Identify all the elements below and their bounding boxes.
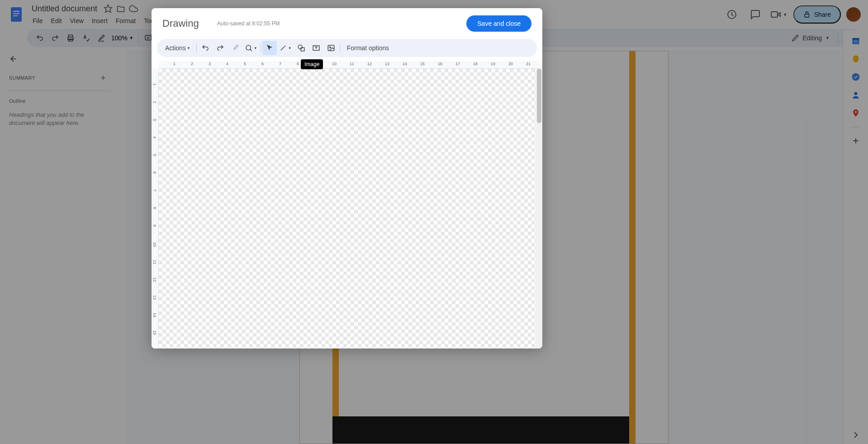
ruler-tick: 8: [152, 207, 157, 209]
ruler-tick: 8: [297, 62, 299, 66]
ruler-tick: 7: [279, 62, 281, 66]
ruler-tick: 2: [152, 101, 157, 103]
ruler-tick: 11: [350, 62, 354, 66]
dialog-header: Drawing Auto-saved at 8:02:55 PM Save an…: [152, 8, 542, 39]
ruler-tick: 1: [173, 62, 175, 66]
format-options-button[interactable]: Format options: [342, 41, 394, 55]
scrollbar-thumb[interactable]: [537, 69, 541, 123]
ruler-tick: 17: [455, 62, 460, 66]
ruler-tick: 11: [152, 260, 157, 264]
ruler-tick: 13: [385, 62, 389, 66]
ruler-tick: 5: [244, 62, 246, 66]
svg-point-23: [246, 45, 251, 50]
ruler-tick: 3: [152, 119, 157, 121]
toolbar-separator: [340, 43, 340, 53]
svg-point-32: [329, 47, 331, 48]
save-and-close-button[interactable]: Save and close: [466, 15, 531, 32]
ruler-tick: 20: [508, 62, 513, 66]
ruler-tick: 21: [526, 62, 531, 66]
drawing-dialog: Drawing Auto-saved at 8:02:55 PM Save an…: [152, 8, 542, 349]
canvas-area: 123456789101112131415161718192021 123456…: [152, 61, 542, 349]
undo-button[interactable]: [198, 41, 213, 55]
ruler-tick: 12: [152, 277, 157, 282]
ruler-tick: 10: [152, 242, 157, 247]
ruler-tick: 16: [438, 62, 442, 66]
ruler-tick: 7: [152, 189, 157, 191]
drawing-toolbar: Actions▼ ▼ ▼ Format options: [157, 39, 537, 57]
ruler-tick: 15: [420, 62, 425, 66]
shape-tool[interactable]: [294, 41, 308, 55]
vertical-scrollbar[interactable]: [536, 69, 542, 349]
redo-button[interactable]: [213, 41, 228, 55]
ruler-tick: 15: [152, 330, 157, 335]
ruler-tick: 9: [152, 224, 157, 227]
chevron-down-icon: ▼: [187, 46, 190, 50]
svg-point-26: [298, 45, 302, 49]
ruler-tick: 12: [367, 62, 372, 66]
ruler-tick: 10: [332, 62, 337, 66]
tooltip: Image: [301, 59, 323, 69]
svg-line-25: [281, 46, 286, 51]
ruler-tick: 6: [261, 62, 264, 66]
select-tool[interactable]: [262, 41, 277, 55]
ruler-tick: 2: [191, 62, 193, 66]
ruler-tick: 14: [403, 62, 407, 66]
drawing-canvas[interactable]: [159, 69, 536, 349]
ruler-tick: 3: [209, 62, 211, 66]
ruler-tick: 5: [152, 154, 157, 156]
ruler-tick: 6: [152, 172, 157, 174]
ruler-tick: 4: [226, 62, 228, 66]
image-tool[interactable]: [324, 41, 338, 55]
toolbar-separator: [196, 43, 197, 53]
svg-rect-27: [301, 48, 304, 51]
ruler-tick: 1: [152, 83, 157, 86]
ruler-tick: 18: [473, 62, 478, 66]
dialog-title: Drawing: [162, 18, 199, 29]
zoom-button[interactable]: ▼: [243, 41, 259, 55]
autosave-status: Auto-saved at 8:02:55 PM: [217, 20, 280, 27]
horizontal-ruler[interactable]: 123456789101112131415161718192021: [159, 61, 542, 69]
actions-menu[interactable]: Actions▼: [161, 41, 195, 55]
svg-line-24: [250, 49, 252, 51]
ruler-tick: 4: [152, 136, 157, 138]
ruler-tick: 19: [491, 62, 495, 66]
chevron-down-icon: ▼: [254, 46, 257, 50]
paint-format-button[interactable]: [228, 41, 242, 55]
vertical-ruler[interactable]: 123456789101112131415: [152, 69, 159, 349]
ruler-tick: 13: [152, 295, 157, 300]
toolbar-separator: [261, 43, 261, 53]
chevron-down-icon: ▼: [288, 46, 292, 50]
line-tool[interactable]: ▼: [277, 41, 294, 55]
text-box-tool[interactable]: [309, 41, 323, 55]
ruler-tick: 14: [152, 313, 157, 317]
